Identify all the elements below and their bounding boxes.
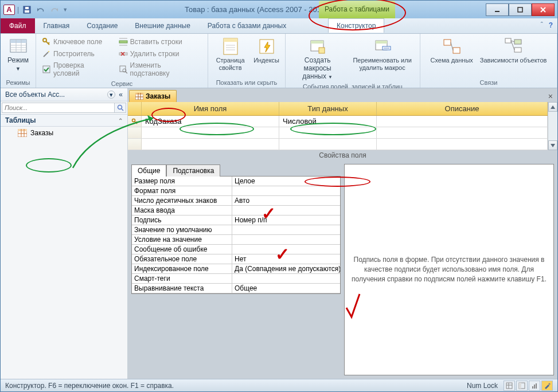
property-value[interactable]: [232, 186, 340, 195]
property-value[interactable]: Целое: [232, 177, 340, 186]
svg-line-17: [44, 52, 48, 57]
nav-item-zakazy[interactable]: Заказы: [1, 127, 127, 139]
delete-rows-button[interactable]: Удалить строки: [116, 48, 204, 60]
nav-tables-header[interactable]: Таблицы ⌃: [1, 114, 127, 127]
rename-macro-button[interactable]: Переименовать или удалить макрос: [348, 36, 416, 72]
maximize-button[interactable]: [509, 3, 532, 16]
tab-design[interactable]: Конструктор: [328, 18, 384, 33]
property-value[interactable]: Номер п/п: [232, 215, 340, 225]
primary-key-button[interactable]: Ключевое поле: [40, 36, 114, 48]
ribbon-collapse-icon[interactable]: ˆ: [541, 21, 543, 30]
field-name-cell[interactable]: КодЗаказа: [142, 116, 279, 127]
property-row[interactable]: Индексированное полеДа (Совпадения не до…: [132, 264, 340, 274]
property-row[interactable]: Маска ввода: [132, 206, 340, 215]
property-value[interactable]: [232, 274, 340, 283]
tab-general[interactable]: Общие: [131, 164, 166, 177]
svg-rect-39: [376, 41, 387, 44]
qat-redo[interactable]: [49, 4, 60, 15]
nav-dropdown-icon[interactable]: ▾: [107, 91, 115, 99]
titlebar: A | ▼ Товар : база данных (Access 2007 -…: [1, 1, 557, 18]
svg-rect-70: [532, 386, 533, 389]
svg-rect-36: [311, 41, 323, 44]
search-input[interactable]: [2, 103, 115, 113]
property-value[interactable]: Авто: [232, 196, 340, 205]
qat-undo[interactable]: [35, 4, 46, 15]
property-row[interactable]: Условие на значение: [132, 235, 340, 245]
tab-external[interactable]: Внешние данные: [126, 18, 199, 33]
svg-line-51: [122, 109, 123, 111]
svg-rect-1: [25, 10, 29, 13]
search-button[interactable]: [115, 103, 126, 113]
tab-file[interactable]: Файл: [1, 18, 35, 33]
indexes-button[interactable]: Индексы: [251, 36, 282, 65]
doc-close-button[interactable]: ×: [544, 91, 557, 102]
property-row[interactable]: Значение по умолчанию: [132, 225, 340, 235]
property-value[interactable]: [232, 235, 340, 244]
vscrollbar[interactable]: [548, 102, 557, 150]
property-sheet-icon: [221, 37, 240, 56]
svg-rect-65: [506, 383, 512, 389]
col-description[interactable]: Описание: [377, 102, 548, 115]
qat-save[interactable]: [21, 4, 33, 15]
window-title: Товар : база данных (Access 2007 - 2010)…: [68, 5, 486, 14]
property-row[interactable]: Размер поляЦелое: [132, 177, 340, 186]
property-value[interactable]: Нет: [232, 254, 340, 264]
property-row[interactable]: ПодписьНомер п/п: [132, 215, 340, 225]
property-label: Формат поля: [132, 186, 232, 195]
svg-rect-30: [224, 38, 237, 42]
tab-lookup[interactable]: Подстановка: [166, 164, 220, 177]
property-sheet-button[interactable]: Страница свойств: [212, 36, 249, 72]
tab-dbtools[interactable]: Работа с базами данных: [199, 18, 295, 33]
doc-tab-zakazy[interactable]: Заказы: [129, 90, 177, 102]
modify-lookup-button[interactable]: Изменить подстановку: [116, 60, 204, 79]
data-type-cell[interactable]: Числовой: [279, 116, 377, 127]
tab-home[interactable]: Главная: [35, 18, 79, 33]
col-data-type[interactable]: Тип данных: [279, 102, 377, 115]
property-row[interactable]: Смарт-теги: [132, 274, 340, 284]
view-datasheet-button[interactable]: [504, 381, 515, 391]
description-cell[interactable]: [377, 116, 548, 127]
svg-rect-45: [505, 38, 511, 43]
property-label: Индексированное поле: [132, 264, 232, 273]
scroll-up-button[interactable]: [548, 102, 557, 112]
collapse-group-icon[interactable]: ⌃: [118, 117, 123, 124]
tab-create[interactable]: Создание: [78, 18, 126, 33]
property-value[interactable]: [232, 206, 340, 215]
svg-rect-71: [534, 385, 535, 389]
svg-rect-37: [319, 48, 325, 53]
nav-collapse-icon[interactable]: «: [119, 91, 123, 99]
property-value[interactable]: [232, 245, 340, 254]
dependencies-button[interactable]: Зависимости объектов: [478, 36, 549, 65]
svg-rect-8: [10, 40, 26, 43]
insert-rows-button[interactable]: Вставить строки: [116, 36, 204, 48]
property-row[interactable]: Обязательное полеНет: [132, 254, 340, 264]
property-value[interactable]: Да (Совпадения не допускаются): [232, 264, 340, 273]
nav-title[interactable]: Все объекты Acc...: [5, 91, 107, 99]
property-value[interactable]: [232, 225, 340, 234]
close-button[interactable]: [532, 3, 555, 16]
view-design-button[interactable]: [541, 381, 553, 391]
relationships-button[interactable]: Схема данных: [428, 36, 475, 65]
view-chart-button[interactable]: [529, 381, 540, 391]
property-value[interactable]: Общее: [232, 284, 340, 293]
test-rules-button[interactable]: Проверка условий: [40, 60, 114, 79]
property-label: Значение по умолчанию: [132, 225, 232, 234]
table-row[interactable]: КодЗаказа Числовой: [128, 116, 548, 127]
view-pivot-button[interactable]: [516, 381, 528, 391]
col-field-name[interactable]: Имя поля: [142, 102, 279, 115]
minimize-button[interactable]: [486, 3, 509, 16]
property-row[interactable]: Выравнивание текстаОбщее: [132, 284, 340, 293]
svg-line-16: [48, 42, 49, 44]
help-icon[interactable]: ?: [549, 21, 553, 30]
builder-button[interactable]: Построитель: [40, 48, 114, 60]
property-row[interactable]: Формат поля: [132, 186, 340, 196]
scroll-down-button[interactable]: [548, 140, 557, 150]
property-row[interactable]: Сообщение об ошибке: [132, 245, 340, 254]
svg-rect-2: [25, 7, 29, 9]
table-row[interactable]: [128, 127, 548, 139]
property-row[interactable]: Число десятичных знаковАвто: [132, 196, 340, 206]
search-icon: [117, 104, 124, 111]
create-macros-button[interactable]: Создать макросы данных ▼: [289, 36, 346, 81]
table-row[interactable]: [128, 139, 548, 150]
view-button[interactable]: Режим▼: [5, 36, 31, 73]
